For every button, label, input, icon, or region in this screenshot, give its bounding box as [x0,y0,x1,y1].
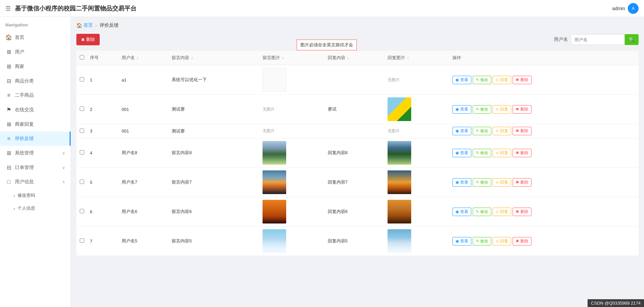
action-buttons: ◉ 查看 ✎ 修改 ⊙ 回复 ✖ 删除 [452,208,636,216]
reply-button[interactable]: ⊙ 回复 [493,105,511,114]
img-cloud [263,229,286,253]
breadcrumb-home-label: 首页 [83,22,93,28]
home-breadcrumb-icon: 🏠 [76,23,82,28]
chevron-down-icon-order: ∨ [62,165,65,170]
row-delete-button[interactable]: ✖ 删除 [513,76,531,84]
feedback-icon: ≡ [5,136,12,142]
th-comment-img[interactable]: 留言图片 ↕ [260,51,325,65]
breadcrumb-separator: » [95,23,98,28]
edit-button[interactable]: ✎ 修改 [473,178,491,187]
action-buttons: ◉ 查看 ✎ 修改 ⊙ 回复 ✖ 删除 [452,237,636,245]
user-icon: ⊞ [5,49,12,55]
row-comment-img [260,138,325,168]
row-checkbox[interactable] [80,180,84,184]
table-row: 5 用户名7 留言内容7 回复内容7 ◉ 查看 ✎ 修改 ⊙ 回复 ✖ 删除 [76,168,639,197]
sidebar-item-online-exchange[interactable]: ⚑ 在线交流 [0,102,71,117]
reply-button[interactable]: ⊙ 回复 [493,149,511,157]
th-username[interactable]: 用户名 ↕ [119,51,169,65]
breadcrumb-home[interactable]: 🏠 首页 [76,22,93,28]
row-delete-button[interactable]: ✖ 删除 [513,127,531,135]
reply-button[interactable]: ⊙ 回复 [493,76,511,84]
sort-icon-username: ↕ [137,56,139,60]
sidebar-item-merchant-reply[interactable]: ⊞ 商家回复 [0,117,71,132]
edit-button[interactable]: ✎ 修改 [473,208,491,216]
row-delete-button[interactable]: ✖ 删除 [513,208,531,216]
row-seq: 2 [87,95,119,124]
sidebar-item-merchant[interactable]: ⊞ 商家 [0,59,71,74]
img-cloud2 [388,229,411,253]
sidebar-item-user[interactable]: ⊞ 用户 [0,45,71,59]
row-actions: ◉ 查看 ✎ 修改 ⊙ 回复 ✖ 删除 [450,124,639,138]
sidebar-item-user-info[interactable]: □ 用户信息 ∧ [0,175,71,189]
img-sunset1 [263,170,286,194]
sidebar-subitem-personal-info[interactable]: › 个人信息 [0,202,71,215]
row-comment: 测试赛 [169,95,260,124]
sidebar-label-personal-info: 个人信息 [18,205,35,211]
sidebar-item-order-manage[interactable]: ⊟ 订单管理 ∨ [0,160,71,175]
img-mountain2 [388,141,411,165]
delete-button[interactable]: ✖ 删除 [76,34,100,45]
sidebar-item-home[interactable]: 🏠 首页 [0,30,71,45]
edit-button[interactable]: ✎ 修改 [473,127,491,135]
th-reply-img[interactable]: 回复图片 ↕ [385,51,450,65]
search-input[interactable] [571,34,625,45]
sidebar-item-second-hand[interactable]: ≡ 二手商品 [0,88,71,102]
sidebar: Navigation 🏠 首页 ⊞ 用户 ⊞ 商家 ⊟ 商品分类 ≡ 二手商品 … [0,17,71,307]
view-button[interactable]: ◉ 查看 [452,127,471,135]
row-checkbox[interactable] [80,238,84,243]
row-comment-img [260,65,325,95]
feedback-table: 序号 用户名 ↕ 留言内容 ↕ 留言图片 ↕ 回复内容 ↕ 回复图片 ↕ 操作 … [76,51,639,256]
avatar[interactable]: A [628,3,639,14]
row-checkbox[interactable] [80,128,84,133]
row-username: 001 [119,124,169,138]
userinfo-icon: □ [5,179,12,185]
error-tooltip: 图片必须在全英文路径才会 [297,40,357,50]
edit-button[interactable]: ✎ 修改 [473,237,491,245]
sort-icon-reply-img: ↕ [407,56,409,60]
toolbar-left: ✖ 删除 [76,34,100,45]
row-delete-button[interactable]: ✖ 删除 [513,105,531,114]
th-reply[interactable]: 回复内容 ↕ [325,51,385,65]
sidebar-item-product-category[interactable]: ⊟ 商品分类 [0,74,71,88]
view-button[interactable]: ◉ 查看 [452,105,471,114]
view-button[interactable]: ◉ 查看 [452,208,471,216]
no-img-label: 无图片 [388,77,400,82]
row-delete-button[interactable]: ✖ 删除 [513,149,531,157]
th-comment[interactable]: 留言内容 ↕ [169,51,260,65]
view-button[interactable]: ◉ 查看 [452,149,471,157]
search-label: 用户名 [554,37,568,43]
error-text: 图片必须在全英文路径才会 [300,42,353,47]
edit-button[interactable]: ✎ 修改 [473,105,491,114]
view-button[interactable]: ◉ 查看 [452,237,471,245]
reply-button[interactable]: ⊙ 回复 [493,127,511,135]
row-delete-button[interactable]: ✖ 删除 [513,237,531,245]
hamburger-icon[interactable]: ☰ [5,5,11,12]
edit-button[interactable]: ✎ 修改 [473,76,491,84]
reply-button[interactable]: ⊙ 回复 [493,237,511,245]
row-checkbox[interactable] [80,150,84,155]
row-checkbox[interactable] [80,107,84,111]
reply-icon: ⊞ [5,121,12,127]
edit-button[interactable]: ✎ 修改 [473,149,491,157]
select-all-checkbox[interactable] [80,55,84,60]
sidebar-label-category: 商品分类 [15,78,34,84]
row-seq: 5 [87,168,119,197]
row-reply-img [385,197,450,227]
row-delete-button[interactable]: ✖ 删除 [513,178,531,187]
sidebar-item-system-manage[interactable]: ⊞ 系统管理 ∨ [0,146,71,160]
sidebar-item-feedback[interactable]: ≡ 评价反馈 [0,132,71,146]
category-icon: ⊟ [5,78,12,84]
row-reply [325,65,385,95]
row-checkbox-cell [76,138,87,168]
sidebar-subitem-change-password[interactable]: › 修改密码 [0,189,71,202]
search-button[interactable]: 🔍 [625,34,639,45]
row-checkbox[interactable] [80,77,84,81]
reply-button[interactable]: ⊙ 回复 [493,178,511,187]
view-button[interactable]: ◉ 查看 [452,178,471,187]
sidebar-label-home: 首页 [15,34,24,41]
reply-button[interactable]: ⊙ 回复 [493,208,511,216]
row-checkbox[interactable] [80,209,84,213]
view-button[interactable]: ◉ 查看 [452,76,471,84]
row-actions: ◉ 查看 ✎ 修改 ⊙ 回复 ✖ 删除 [450,168,639,197]
row-checkbox-cell [76,197,87,227]
